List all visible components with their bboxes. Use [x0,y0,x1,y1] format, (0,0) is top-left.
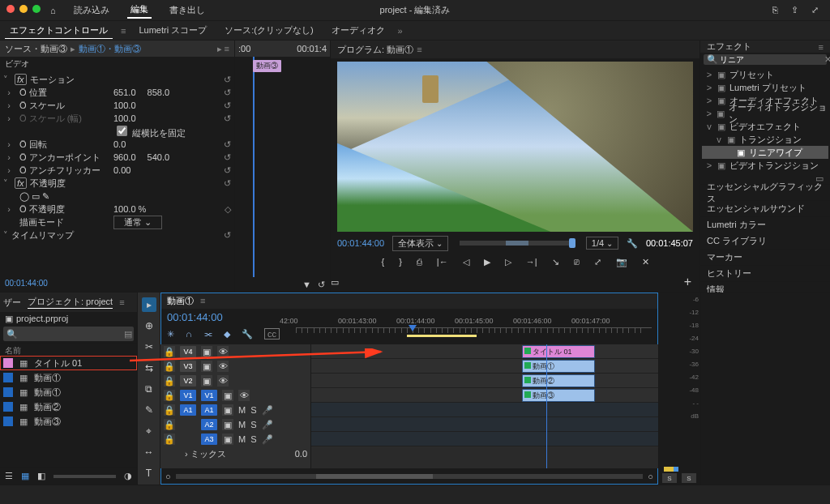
bin-item[interactable]: ▦動画① [0,385,137,399]
tool-button[interactable]: ▸ [142,297,156,312]
fx-row[interactable]: ˅fx不透明度↺ [3,177,231,190]
fx-row[interactable]: ›Ö 不透明度100.0 %◇ [3,203,231,216]
snap-icon[interactable]: ✳ [167,329,174,340]
filter-icon[interactable]: ▼ [302,280,311,289]
panel-tab[interactable]: CC ライブラリ [700,233,830,249]
audio-track-header[interactable]: 🔒A3▣MS🎤 [160,432,310,446]
bin-item[interactable]: ▦動画② [0,399,137,414]
transport-button[interactable]: ✕ [642,257,649,267]
caption-icon[interactable]: cc [264,328,280,340]
wrench-icon[interactable]: 🔧 [627,238,638,249]
tool-button[interactable]: T [142,466,156,481]
tree-item[interactable]: >▣ビデオトランジション [702,159,828,172]
tree-item[interactable]: ▣リニアワイプ [702,146,828,159]
transport-button[interactable]: ▷ [505,257,511,267]
transport-button[interactable]: } [399,257,402,267]
link-icon[interactable]: ⫘ [203,329,212,339]
video-track-header[interactable]: 🔒V1V1▣👁 [160,388,310,403]
tree-item[interactable]: >▣オーディオトランジション [702,107,828,120]
program-fit-select[interactable]: 全体表示 ⌄ [392,236,448,251]
fx-row[interactable]: ›Ö アンチフリッカー0.00↺ [3,164,231,177]
project-search-input[interactable] [18,329,124,340]
fx-row[interactable]: 描画モード通常 ⌄ [3,216,231,229]
fx-row[interactable]: ›Ö 回転0.0↺ [3,138,231,151]
kf-clip-tag[interactable]: 動画③ [253,60,281,72]
quick-export-icon[interactable]: ⎘ [772,5,778,15]
icon-view-icon[interactable]: ▦ [21,471,29,481]
tab-source[interactable]: ソース:(クリップなし) [220,23,318,38]
bin-item[interactable]: ▦動画③ [0,414,137,429]
timeline-zoom-bar[interactable] [176,474,644,479]
pip-icon[interactable]: ▭ [331,277,339,288]
add-button[interactable]: + [684,275,691,289]
effects-search-input[interactable] [718,54,824,65]
transport-button[interactable]: 📷 [616,257,627,267]
share-icon[interactable]: ⇪ [791,5,798,15]
sequence-name[interactable]: 動画① [167,295,194,307]
tool-button[interactable]: ✎ [142,403,156,417]
workspace-edit[interactable]: 編集 [127,2,152,19]
program-zoom-select[interactable]: 1/4 ⌄ [586,237,618,250]
timeline-canvas[interactable]: タイトル 01動画①動画②動画③ [311,344,658,468]
fx-row[interactable]: ◯ ▭ ✎ [3,190,231,203]
home-icon[interactable]: ⌂ [50,6,56,15]
transport-button[interactable]: ⎙ [417,257,422,267]
bin-item[interactable]: ▦動画① [0,370,137,385]
tab-effect-controls[interactable]: エフェクトコントロール [5,23,113,39]
solo-button[interactable]: S [662,473,677,483]
kf-playhead[interactable] [253,57,255,277]
tool-button[interactable]: ⊕ [142,318,156,333]
new-item-button[interactable]: ◑ [124,471,132,481]
tool-button[interactable]: ⇆ [142,361,156,375]
tool-button[interactable]: ⌖ [142,424,156,438]
fx-row[interactable]: ˅タイムリマップ↺ [3,229,231,241]
clear-search-icon[interactable]: ✕ [824,54,830,65]
fx-row[interactable]: ›Ö アンカーポイント960.0540.0↺ [3,151,231,164]
workspace-export[interactable]: 書き出し [166,2,208,18]
program-monitor[interactable] [337,62,693,232]
workspace-import[interactable]: 読み込み [71,2,113,18]
fx-row[interactable]: 縦横比を固定 [3,125,231,138]
audio-track-header[interactable]: 🔒A2▣MS🎤 [160,417,310,432]
bin-item[interactable]: ▦タイトル 01 [0,356,137,370]
fx-row[interactable]: ›Ö 位置651.0858.0↺ [3,86,231,99]
timeline-clip[interactable]: タイトル 01 [522,345,595,358]
panel-tab[interactable]: マーカー [700,249,830,265]
tree-item[interactable]: v▣トランジション [702,133,828,146]
transport-button[interactable]: ↘ [552,257,559,267]
bin-icon[interactable]: ▤ [124,329,132,340]
audio-track-header[interactable]: 🔒A1A1▣MS🎤 [160,403,310,417]
timeline-clip[interactable]: 動画① [522,360,595,373]
timeline-timecode[interactable]: 00:01:44:00 [167,311,223,323]
timeline-clip[interactable]: 動画③ [522,389,595,402]
marker-icon[interactable]: ◆ [224,329,230,340]
transport-button[interactable]: →| [526,257,537,267]
fullscreen-icon[interactable]: ⤢ [811,5,819,15]
freeform-view-icon[interactable]: ◧ [37,471,45,481]
effect-controls-timecode[interactable]: 00:01:44:00 [0,277,234,292]
magnet-icon[interactable]: ∩ [186,329,192,339]
fx-row[interactable]: ›Ö スケール100.0↺ [3,99,231,112]
tree-item[interactable]: >▣プリセット [702,68,828,81]
panel-tab[interactable]: Lumetri カラー [700,216,830,233]
fx-row[interactable]: ˅fxモーション↺ [3,73,231,86]
program-scrub[interactable] [460,241,575,246]
sequence-crumb[interactable]: 動画①・動画③ [79,43,141,55]
settings-icon[interactable]: 🔧 [242,329,253,340]
program-tc-left[interactable]: 00:01:44:00 [337,238,384,248]
tool-button[interactable]: ✂ [142,340,156,354]
transport-button[interactable]: |← [437,257,448,267]
tab-lumetri-scopes[interactable]: Lumetri スコープ [134,23,212,38]
panel-tab[interactable]: エッセンシャルグラフィックス [700,184,830,200]
panel-tab[interactable]: ヒストリー [700,265,830,281]
list-view-icon[interactable]: ☰ [5,471,13,481]
tab-media-browser[interactable]: ザー [3,297,21,309]
video-track-header[interactable]: 🔒V2▣👁 [160,374,310,388]
transport-button[interactable]: ⎚ [574,257,580,267]
col-name[interactable]: 名前 [0,343,137,356]
timeline-ruler[interactable]: 42:0000:01:43:0000:01:44:0000:01:45:0000… [296,327,652,340]
transport-button[interactable]: ▶ [484,257,490,267]
tab-project[interactable]: プロジェクト: project [28,296,113,309]
transport-button[interactable]: ◁ [463,257,469,267]
transport-button[interactable]: ⤢ [594,257,601,267]
